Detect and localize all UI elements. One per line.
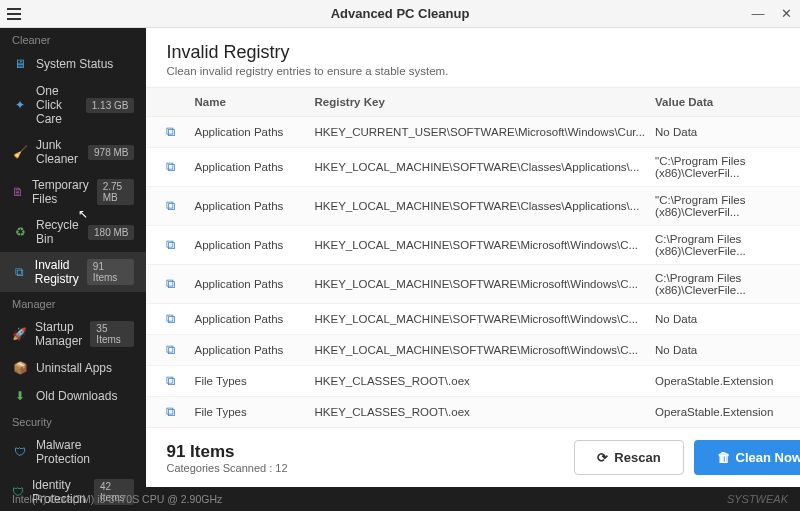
shield-icon: 🛡 — [12, 444, 28, 460]
registry-item-icon: ⧉ — [166, 237, 194, 253]
sidebar-item-recycle[interactable]: ♻ Recycle Bin 180 MB — [0, 212, 146, 252]
nav-badge: 180 MB — [88, 225, 134, 240]
cell-value: No Data — [655, 313, 800, 325]
cell-key: HKEY_CLASSES_ROOT\.oex — [314, 375, 655, 387]
cell-name: Application Paths — [194, 239, 314, 251]
registry-item-icon: ⧉ — [166, 404, 194, 420]
cell-name: Application Paths — [194, 126, 314, 138]
cell-value: No Data — [655, 344, 800, 356]
cell-value: C:\Program Files (x86)\CleverFile... — [655, 233, 800, 257]
col-key: Registry Key — [314, 96, 655, 108]
table-row[interactable]: ⧉File TypesHKEY_CLASSES_ROOT\.oexOperaSt… — [146, 366, 800, 397]
cpu-info: Intel(R) Core(TM) i5-3470S CPU @ 2.90GHz — [12, 493, 222, 505]
nav-badge: 978 MB — [88, 145, 134, 160]
page-header: Invalid Registry Clean invalid registry … — [146, 28, 800, 87]
nav-label: Invalid Registry — [35, 258, 79, 286]
page-title: Invalid Registry — [166, 42, 800, 63]
sidebar-item-registry[interactable]: ⧉ Invalid Registry 91 Items — [0, 252, 146, 292]
sidebar-item-startup[interactable]: 🚀 Startup Manager 35 Items — [0, 314, 146, 354]
sidebar-item-temp[interactable]: 🗎 Temporary Files 2.75 MB — [0, 172, 146, 212]
trash-icon: 🗑 — [717, 450, 730, 465]
table-row[interactable]: ⧉Application PathsHKEY_LOCAL_MACHINE\SOF… — [146, 187, 800, 226]
rescan-button[interactable]: ⟳ Rescan — [574, 440, 683, 475]
minimize-button[interactable]: — — [744, 0, 772, 28]
nav-label: Uninstall Apps — [36, 361, 134, 375]
recycle-icon: ♻ — [12, 224, 28, 240]
sidebar-item-one-click[interactable]: ✦ One Click Care 1.13 GB — [0, 78, 146, 132]
cell-key: HKEY_CURRENT_USER\SOFTWARE\Microsoft\Win… — [314, 126, 655, 138]
action-bar: 91 Items Categories Scanned : 12 ⟳ Resca… — [146, 427, 800, 487]
cell-value: OperaStable.Extension — [655, 375, 800, 387]
sidebar-item-downloads[interactable]: ⬇ Old Downloads — [0, 382, 146, 410]
registry-item-icon: ⧉ — [166, 198, 194, 214]
nav-label: Junk Cleaner — [36, 138, 80, 166]
sidebar-item-system-status[interactable]: 🖥 System Status — [0, 50, 146, 78]
window-title: Advanced PC Cleanup — [331, 6, 470, 21]
nav-badge: 2.75 MB — [97, 179, 135, 205]
cell-value: No Data — [655, 126, 800, 138]
download-icon: ⬇ — [12, 388, 28, 404]
section-security: Security — [0, 410, 146, 432]
brand-label: SYSTWEAK — [727, 493, 788, 505]
table-header: Name Registry Key Value Data — [146, 87, 800, 117]
col-value: Value Data — [655, 96, 800, 108]
registry-item-icon: ⧉ — [166, 373, 194, 389]
broom-icon: 🧹 — [12, 144, 28, 160]
refresh-icon: ⟳ — [597, 450, 608, 465]
cell-name: Application Paths — [194, 161, 314, 173]
col-name: Name — [194, 96, 314, 108]
item-count: 91 Items — [166, 442, 564, 462]
nav-label: Recycle Bin — [36, 218, 80, 246]
sidebar-item-identity[interactable]: 🛡 Identity Protection 42 Items — [0, 472, 146, 511]
clean-now-button[interactable]: 🗑 Clean Now — [694, 440, 800, 475]
cell-name: Application Paths — [194, 344, 314, 356]
registry-icon: ⧉ — [12, 264, 27, 280]
cell-name: Application Paths — [194, 200, 314, 212]
sidebar: Cleaner 🖥 System Status ✦ One Click Care… — [0, 28, 146, 487]
nav-badge: 35 Items — [90, 321, 134, 347]
sidebar-item-uninstall[interactable]: 📦 Uninstall Apps — [0, 354, 146, 382]
cell-key: HKEY_LOCAL_MACHINE\SOFTWARE\Classes\Appl… — [314, 161, 655, 173]
close-button[interactable]: ✕ — [772, 0, 800, 28]
table-row[interactable]: ⧉Application PathsHKEY_CURRENT_USER\SOFT… — [146, 117, 800, 148]
registry-item-icon: ⧉ — [166, 124, 194, 140]
cell-name: Application Paths — [194, 313, 314, 325]
clean-label: Clean Now — [736, 450, 800, 465]
file-icon: 🗎 — [12, 184, 24, 200]
cell-key: HKEY_LOCAL_MACHINE\SOFTWARE\Classes\Appl… — [314, 200, 655, 212]
magic-icon: ✦ — [12, 97, 28, 113]
cell-value: C:\Program Files (x86)\CleverFile... — [655, 272, 800, 296]
sidebar-item-junk[interactable]: 🧹 Junk Cleaner 978 MB — [0, 132, 146, 172]
table-body[interactable]: ⧉Application PathsHKEY_CURRENT_USER\SOFT… — [146, 117, 800, 427]
main-content: Invalid Registry Clean invalid registry … — [146, 28, 800, 487]
rescan-label: Rescan — [614, 450, 660, 465]
table-row[interactable]: ⧉Application PathsHKEY_LOCAL_MACHINE\SOF… — [146, 148, 800, 187]
nav-label: Temporary Files — [32, 178, 89, 206]
table-row[interactable]: ⧉File TypesHKEY_CLASSES_ROOT\.oexOperaSt… — [146, 397, 800, 427]
registry-item-icon: ⧉ — [166, 311, 194, 327]
cell-value: "C:\Program Files (x86)\CleverFil... — [655, 194, 800, 218]
registry-item-icon: ⧉ — [166, 342, 194, 358]
section-manager: Manager — [0, 292, 146, 314]
titlebar: Advanced PC Cleanup — ✕ — [0, 0, 800, 28]
table-row[interactable]: ⧉Application PathsHKEY_LOCAL_MACHINE\SOF… — [146, 304, 800, 335]
cell-key: HKEY_LOCAL_MACHINE\SOFTWARE\Microsoft\Wi… — [314, 278, 655, 290]
monitor-icon: 🖥 — [12, 56, 28, 72]
menu-icon[interactable] — [0, 0, 28, 28]
rocket-icon: 🚀 — [12, 326, 27, 342]
cell-key: HKEY_LOCAL_MACHINE\SOFTWARE\Microsoft\Wi… — [314, 239, 655, 251]
categories-scanned: Categories Scanned : 12 — [166, 462, 564, 474]
table-row[interactable]: ⧉Application PathsHKEY_LOCAL_MACHINE\SOF… — [146, 265, 800, 304]
table-row[interactable]: ⧉Application PathsHKEY_LOCAL_MACHINE\SOF… — [146, 335, 800, 366]
sidebar-item-malware[interactable]: 🛡 Malware Protection — [0, 432, 146, 472]
table-row[interactable]: ⧉Application PathsHKEY_LOCAL_MACHINE\SOF… — [146, 226, 800, 265]
nav-label: Malware Protection — [36, 438, 134, 466]
cell-key: HKEY_LOCAL_MACHINE\SOFTWARE\Microsoft\Wi… — [314, 344, 655, 356]
cell-name: File Types — [194, 406, 314, 418]
cell-key: HKEY_LOCAL_MACHINE\SOFTWARE\Microsoft\Wi… — [314, 313, 655, 325]
cell-name: File Types — [194, 375, 314, 387]
cell-value: "C:\Program Files (x86)\CleverFil... — [655, 155, 800, 179]
nav-label: System Status — [36, 57, 134, 71]
cell-name: Application Paths — [194, 278, 314, 290]
page-subtitle: Clean invalid registry entries to ensure… — [166, 65, 800, 77]
